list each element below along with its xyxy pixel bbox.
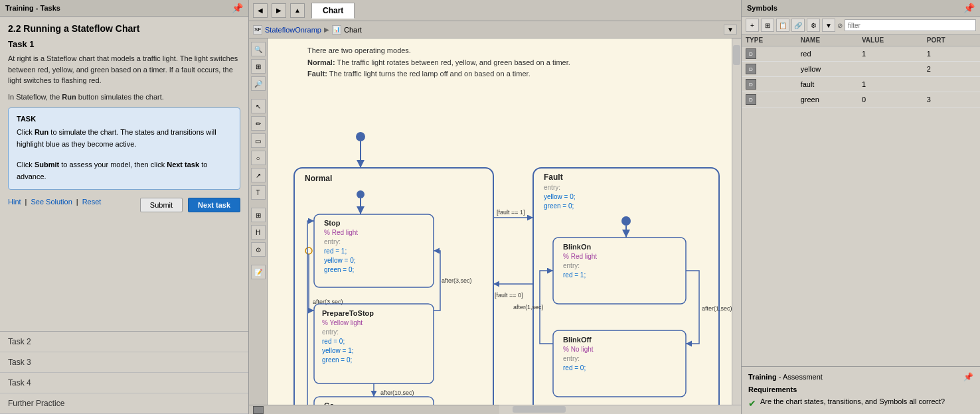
svg-point-13 bbox=[305, 247, 312, 254]
check-icon: ✔ bbox=[748, 398, 756, 409]
middle-header: ◀ ▶ ▲ Chart bbox=[249, 0, 741, 21]
table-row[interactable]: D fault 1 bbox=[742, 77, 980, 92]
footer-icon bbox=[253, 406, 264, 414]
sym-type-icon: D bbox=[746, 94, 756, 105]
zoom-fit-button[interactable]: ⊞ bbox=[251, 59, 266, 74]
text-button[interactable]: T bbox=[251, 185, 266, 200]
sym-btn-dropdown[interactable]: ▼ bbox=[822, 19, 835, 32]
requirement-text: Are the chart states, transitions, and S… bbox=[760, 397, 945, 405]
sym-value-cell: 0 bbox=[858, 92, 923, 107]
task-box: TASK Click Run to simulate the chart. Th… bbox=[8, 107, 240, 190]
task-box-label: TASK bbox=[17, 115, 232, 123]
stateflow-icon: SF bbox=[253, 25, 262, 34]
address-dropdown-button[interactable]: ▼ bbox=[724, 25, 737, 34]
symbols-toolbar: + ⊞ 📋 🔗 ⚙ ▼ ⊘ bbox=[742, 17, 980, 34]
next-task-button[interactable]: Next task bbox=[188, 198, 240, 212]
horizontal-scrollbar[interactable] bbox=[499, 405, 742, 414]
vertical-scrollbar[interactable] bbox=[732, 38, 741, 405]
sym-name-cell: fault bbox=[797, 77, 858, 92]
svg-point-37 bbox=[621, 216, 631, 226]
forward-button[interactable]: ▶ bbox=[272, 3, 286, 18]
svg-text:BlinkOff: BlinkOff bbox=[563, 336, 592, 344]
arrow-button[interactable]: ↗ bbox=[251, 168, 266, 182]
svg-text:PrepareToStop: PrepareToStop bbox=[322, 309, 374, 317]
svg-text:green = 0;: green = 0; bbox=[322, 356, 352, 364]
address-bar: SF StateflowOnramp ▶ 📊 Chart ▼ bbox=[249, 21, 741, 38]
pencil-button[interactable]: ✏ bbox=[251, 116, 266, 131]
address-part2: Chart bbox=[344, 26, 362, 34]
col-value: VALUE bbox=[858, 34, 923, 46]
sym-btn-4[interactable]: 🔗 bbox=[791, 19, 805, 32]
sym-type-icon: D bbox=[746, 48, 756, 59]
select-button[interactable]: ↖ bbox=[251, 99, 266, 113]
svg-text:after(3,sec): after(3,sec) bbox=[442, 277, 472, 284]
svg-text:red = 1;: red = 1; bbox=[563, 271, 586, 279]
sym-btn-3[interactable]: 📋 bbox=[776, 19, 789, 32]
task-list-item-further-practice[interactable]: Further Practice bbox=[0, 393, 248, 414]
sym-name-cell: red bbox=[797, 46, 858, 62]
task-box-line2: Click Submit to assess your model, then … bbox=[17, 159, 232, 182]
reset-link[interactable]: Reset bbox=[82, 198, 102, 206]
assessment-header: Training - Training - AssessmentAssessme… bbox=[748, 372, 973, 381]
svg-text:entry:: entry: bbox=[322, 328, 339, 336]
assessment-title: Training - Training - AssessmentAssessme… bbox=[748, 373, 823, 381]
svg-text:BlinkOn: BlinkOn bbox=[563, 243, 591, 251]
table-row[interactable]: D red 1 1 bbox=[742, 46, 980, 62]
submit-button[interactable]: Submit bbox=[140, 198, 183, 212]
filter-icon: ⊘ bbox=[837, 22, 843, 29]
history-button[interactable]: H bbox=[251, 225, 266, 240]
task-list-item-task4[interactable]: Task 4 bbox=[0, 373, 248, 393]
hint-link[interactable]: Hint bbox=[8, 198, 21, 206]
svg-text:[fault == 1]: [fault == 1] bbox=[497, 209, 525, 216]
sym-btn-1[interactable]: + bbox=[746, 19, 759, 32]
up-button[interactable]: ▲ bbox=[290, 3, 305, 18]
sym-btn-2[interactable]: ⊞ bbox=[761, 19, 774, 32]
note-button[interactable]: 📝 bbox=[251, 265, 266, 279]
circle-button[interactable]: ○ bbox=[251, 151, 266, 165]
chart-toolbar: 🔍 ⊞ 🔎 ↖ ✏ ▭ ○ ↗ T ⊞ H ⊙ 📝 bbox=[249, 38, 268, 405]
svg-text:after(10,sec): after(10,sec) bbox=[380, 389, 414, 396]
sym-type-icon: D bbox=[746, 79, 756, 90]
assessment-pin-icon: 📌 bbox=[963, 372, 973, 381]
sym-port-cell: 3 bbox=[923, 92, 980, 107]
table-button[interactable]: ⊞ bbox=[251, 208, 266, 222]
see-solution-link[interactable]: See Solution bbox=[31, 198, 72, 206]
table-row[interactable]: D green 0 3 bbox=[742, 92, 980, 107]
svg-text:green = 0;: green = 0; bbox=[324, 266, 354, 273]
sym-type-cell: D bbox=[742, 92, 797, 107]
svg-text:entry:: entry: bbox=[324, 238, 341, 245]
rect-button[interactable]: ▭ bbox=[251, 133, 266, 148]
svg-text:Normal: Normal bbox=[305, 174, 332, 183]
svg-text:yellow = 0;: yellow = 0; bbox=[324, 257, 356, 264]
junction-button[interactable]: ⊙ bbox=[251, 242, 266, 257]
requirement-row: ✔ Are the chart states, transitions, and… bbox=[748, 397, 973, 409]
svg-text:% Red light: % Red light bbox=[563, 253, 597, 260]
symbols-table: TYPE NAME VALUE PORT D red 1 1 D yellow … bbox=[742, 34, 980, 366]
address-part1: StateflowOnramp bbox=[265, 26, 321, 34]
section-title: 2.2 Running a Stateflow Chart bbox=[8, 23, 240, 34]
sym-port-cell bbox=[923, 77, 980, 92]
svg-text:yellow = 0;: yellow = 0; bbox=[544, 193, 576, 200]
bottom-bar bbox=[249, 405, 741, 414]
sym-btn-5[interactable]: ⚙ bbox=[807, 19, 820, 32]
filter-input[interactable] bbox=[845, 19, 976, 31]
chart-footer bbox=[249, 405, 499, 414]
chart-tab[interactable]: Chart bbox=[311, 3, 355, 19]
left-panel-header: Training - Tasks 📌 bbox=[0, 0, 248, 17]
svg-point-0 bbox=[356, 132, 365, 141]
task-list-item-task2[interactable]: Task 2 bbox=[0, 332, 248, 352]
task-list-item-task3[interactable]: Task 3 bbox=[0, 352, 248, 373]
svg-text:entry:: entry: bbox=[544, 184, 560, 191]
zoom-out-button[interactable]: 🔎 bbox=[251, 76, 266, 91]
table-row[interactable]: D yellow 2 bbox=[742, 62, 980, 77]
sym-value-cell: 1 bbox=[858, 77, 923, 92]
col-name: NAME bbox=[797, 34, 858, 46]
svg-text:red = 1;: red = 1; bbox=[324, 247, 347, 255]
hint-row: Hint | See Solution | Reset bbox=[8, 198, 101, 206]
right-panel-header: Symbols 📌 bbox=[742, 0, 980, 17]
back-button[interactable]: ◀ bbox=[253, 3, 268, 18]
requirements-label: Requirements bbox=[748, 385, 973, 393]
svg-rect-2 bbox=[294, 168, 493, 405]
zoom-in-button[interactable]: 🔍 bbox=[251, 42, 266, 56]
pin-icon: 📌 bbox=[232, 3, 243, 13]
